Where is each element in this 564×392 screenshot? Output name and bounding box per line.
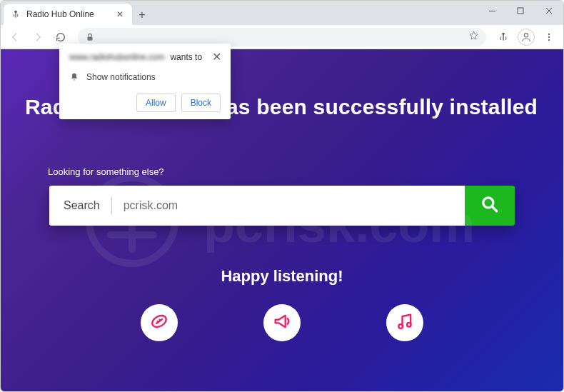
svg-rect-3	[518, 8, 523, 14]
lock-icon	[85, 32, 95, 42]
search-box: Search	[49, 186, 465, 226]
window-minimize-button[interactable]	[478, 1, 506, 21]
svg-rect-8	[503, 34, 503, 41]
music-note-icon	[395, 311, 415, 334]
category-megaphone-button[interactable]	[263, 304, 301, 341]
svg-point-20	[407, 323, 411, 327]
window-close-button[interactable]	[535, 1, 563, 21]
tab-strip: Radio Hub Online ✕ +	[1, 1, 563, 25]
svg-point-10	[548, 33, 550, 34]
svg-point-11	[548, 36, 550, 37]
megaphone-icon	[272, 311, 292, 334]
bookmark-star-icon[interactable]	[468, 30, 479, 44]
looking-label: Looking for something else?	[48, 166, 563, 177]
happy-listening-heading: Happy listening!	[1, 267, 563, 286]
search-input[interactable]	[124, 199, 450, 212]
svg-rect-1	[15, 13, 16, 18]
svg-point-19	[398, 324, 403, 328]
forward-button[interactable]	[28, 27, 48, 47]
new-tab-button[interactable]: +	[132, 5, 152, 25]
profile-button[interactable]	[516, 27, 536, 47]
svg-line-14	[492, 206, 497, 211]
active-tab[interactable]: Radio Hub Online ✕	[4, 4, 132, 25]
category-music-button[interactable]	[386, 304, 423, 341]
bell-icon	[69, 72, 79, 82]
browser-menu-button[interactable]	[539, 27, 559, 47]
svg-point-9	[524, 33, 528, 36]
tab-title: Radio Hub Online	[26, 9, 109, 19]
category-football-button[interactable]	[141, 304, 178, 341]
extension-icon[interactable]	[493, 27, 513, 47]
back-button[interactable]	[5, 27, 25, 47]
window-controls	[478, 1, 563, 25]
search-divider	[111, 197, 112, 214]
notification-permission-dialog: www.radiohubonline.com wants to ✕ Show n…	[59, 44, 231, 119]
search-icon	[480, 195, 499, 216]
notification-origin: www.radiohubonline.com	[69, 52, 164, 62]
search-row: Search	[49, 186, 515, 226]
tab-close-icon[interactable]: ✕	[115, 9, 125, 19]
svg-rect-6	[88, 36, 93, 40]
notification-close-icon[interactable]: ✕	[211, 51, 222, 62]
category-icon-row	[1, 304, 563, 341]
search-label: Search	[64, 199, 100, 212]
svg-point-12	[548, 39, 550, 40]
avatar-icon	[518, 29, 535, 46]
search-button[interactable]	[465, 186, 515, 226]
notification-wants-to-label: wants to	[170, 52, 202, 62]
notification-block-button[interactable]: Block	[181, 94, 221, 112]
football-icon	[149, 311, 169, 334]
browser-window: Radio Hub Online ✕ +	[0, 0, 564, 392]
window-maximize-button[interactable]	[506, 1, 535, 21]
tab-favicon-icon	[11, 9, 21, 19]
notification-allow-button[interactable]: Allow	[136, 94, 176, 112]
notification-permission-label: Show notifications	[86, 72, 156, 82]
